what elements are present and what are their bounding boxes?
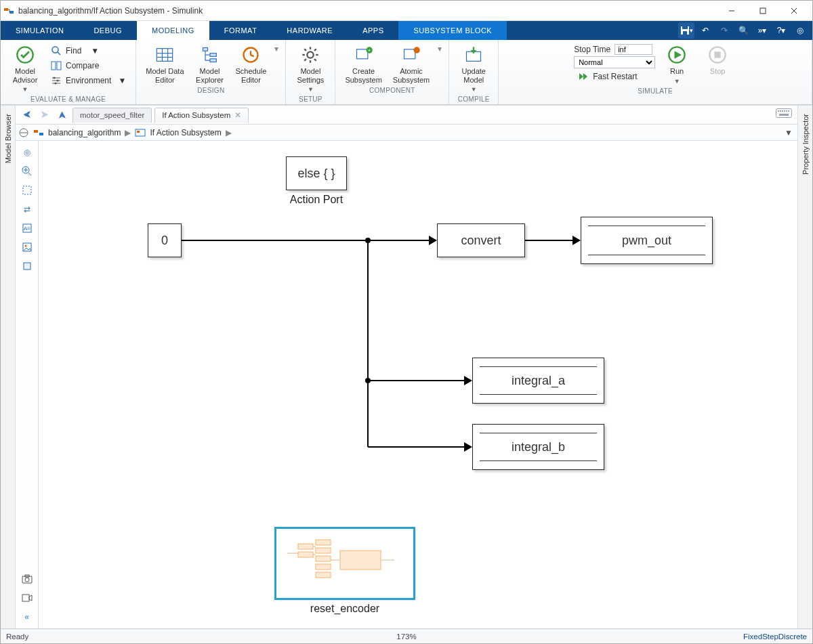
status-bar: Ready 173% FixedStepDiscrete <box>1 628 812 643</box>
close-button[interactable] <box>778 1 810 21</box>
update-icon <box>464 45 483 64</box>
group-design: Model Data Editor Model Explorer Schedul… <box>136 40 286 104</box>
breadcrumb-leaf[interactable]: If Action Subsystem <box>150 128 221 137</box>
svg-point-72 <box>25 578 29 582</box>
undo-icon[interactable]: ↶ <box>697 22 713 39</box>
atomic-subsystem-button[interactable]: Atomic Subsystem <box>389 44 434 85</box>
simulation-mode-select[interactable]: Normal <box>574 56 655 68</box>
schedule-editor-button[interactable]: Schedule Editor <box>232 44 271 85</box>
tab-apps[interactable]: APPS <box>348 21 398 40</box>
svg-rect-52 <box>786 110 787 112</box>
tab-modeling[interactable]: MODELING <box>137 21 209 40</box>
svg-rect-74 <box>22 595 29 601</box>
model-advisor-button[interactable]: Model Advisor ▼ <box>6 44 44 94</box>
compare-button[interactable]: Compare <box>47 59 130 72</box>
breadcrumb-root[interactable]: balancing_algorithm <box>48 128 121 137</box>
arrow-icon <box>464 376 472 385</box>
hide-browser-icon[interactable] <box>18 127 29 138</box>
group-component: + Create Subsystem Atomic Subsystem ▾ CO… <box>335 40 449 104</box>
svg-rect-53 <box>788 110 789 112</box>
create-subsystem-button[interactable]: + Create Subsystem <box>341 44 385 85</box>
tab-debug[interactable]: DEBUG <box>79 21 137 40</box>
model-explorer-button[interactable]: Model Explorer <box>191 44 229 85</box>
status-zoom[interactable]: 173% <box>396 632 416 641</box>
stop-icon <box>708 45 727 64</box>
block-integral-b[interactable]: integral_b <box>472 424 604 470</box>
redo-icon[interactable]: ↷ <box>716 22 732 39</box>
block-reset-encoder[interactable] <box>276 528 414 599</box>
back-icon[interactable]: ⮜ <box>20 108 35 122</box>
svg-rect-76 <box>298 552 313 557</box>
environment-button[interactable]: Environment▼ <box>47 74 130 87</box>
component-more-dropdown[interactable]: ▾ <box>436 44 443 53</box>
canvas[interactable]: else { } Action Port 0 convert pwm_out <box>39 141 797 628</box>
subsystem-icon <box>135 127 146 138</box>
tab-format[interactable]: FORMAT <box>209 21 272 40</box>
block-convert[interactable]: convert <box>437 223 525 257</box>
maximize-button[interactable] <box>747 1 778 21</box>
check-circle-icon <box>16 45 35 64</box>
doc-tab-if-action-subsystem[interactable]: If Action Subsystem ✕ <box>154 108 249 123</box>
block-reset-encoder-label: reset_encoder <box>276 603 414 615</box>
svg-line-35 <box>314 59 316 61</box>
svg-text:+: + <box>368 48 371 53</box>
collapse-icon[interactable]: « <box>18 608 36 626</box>
block-constant[interactable]: 0 <box>148 223 182 257</box>
subsystem-thumbnail-icon <box>280 533 409 594</box>
tab-simulation[interactable]: SIMULATION <box>1 21 79 40</box>
subsystem-create-icon: + <box>354 45 373 64</box>
breadcrumb-dropdown[interactable]: ▼ <box>783 128 795 137</box>
svg-line-37 <box>305 59 307 61</box>
forward-icon[interactable]: ⮞ <box>37 108 52 122</box>
save-icon[interactable]: ▾ <box>678 22 694 39</box>
search-icon[interactable]: 🔍 <box>735 22 751 39</box>
snapshot-icon[interactable] <box>18 570 36 588</box>
annotation-icon[interactable]: A≡ <box>18 219 36 237</box>
svg-rect-38 <box>356 49 367 59</box>
svg-rect-3 <box>760 8 766 14</box>
stop-time-input[interactable] <box>614 44 652 55</box>
svg-rect-78 <box>316 548 331 553</box>
fast-restart-button[interactable]: Fast Restart <box>574 70 655 83</box>
svg-rect-12 <box>51 62 56 70</box>
stop-button[interactable]: Stop <box>699 44 736 77</box>
tab-hardware[interactable]: HARDWARE <box>272 21 348 40</box>
minimize-button[interactable] <box>716 1 747 21</box>
record-icon[interactable] <box>18 589 36 607</box>
block-pwm-out[interactable]: pwm_out <box>581 217 713 264</box>
svg-rect-65 <box>23 186 31 194</box>
overflow-icon[interactable]: »▾ <box>754 22 770 39</box>
ribbon-tabs: SIMULATION DEBUG MODELING FORMAT HARDWAR… <box>1 21 812 40</box>
find-button[interactable]: Find▼ <box>47 44 130 58</box>
run-button[interactable]: Run ▼ <box>658 44 696 86</box>
block-action-port[interactable]: else { } <box>286 156 347 190</box>
up-icon[interactable]: ⮝ <box>55 108 70 122</box>
block-action-port-label: Action Port <box>262 194 371 206</box>
arrow-icon <box>464 442 472 452</box>
chevron-right-icon: ▶ <box>226 128 232 137</box>
svg-point-17 <box>54 77 56 79</box>
close-tab-icon[interactable]: ✕ <box>234 110 241 120</box>
target-icon[interactable]: ◎ <box>792 22 808 39</box>
help-icon[interactable]: ?▾ <box>773 22 789 39</box>
doc-tab-motor-speed-filter[interactable]: motor_speed_filter <box>72 108 152 123</box>
zoom-in-icon[interactable] <box>18 163 36 180</box>
update-model-button[interactable]: Update Model ▼ <box>455 44 493 94</box>
status-solver[interactable]: FixedStepDiscrete <box>743 632 807 641</box>
image-icon[interactable] <box>18 238 36 256</box>
model-data-editor-button[interactable]: Model Data Editor <box>142 44 188 85</box>
play-icon <box>667 45 686 64</box>
toggle-sample-time-icon[interactable]: ⇄ <box>18 200 36 218</box>
clock-icon <box>241 45 260 64</box>
model-browser-rail[interactable]: Model Browser <box>1 106 16 628</box>
atomic-subsystem-icon <box>402 45 421 64</box>
model-settings-button[interactable]: Model Settings ▼ <box>291 44 329 94</box>
block-integral-a[interactable]: integral_a <box>472 358 604 404</box>
tab-subsystem-block[interactable]: SUBSYSTEM BLOCK <box>398 21 507 40</box>
property-inspector-rail[interactable]: Property Inspector <box>797 106 812 628</box>
area-icon[interactable] <box>18 257 36 275</box>
design-more-dropdown[interactable]: ▾ <box>273 44 280 53</box>
fit-to-view-icon[interactable] <box>18 181 36 199</box>
explorer-bar-auto-icon[interactable]: ◎ <box>18 144 36 161</box>
svg-point-69 <box>24 245 26 247</box>
